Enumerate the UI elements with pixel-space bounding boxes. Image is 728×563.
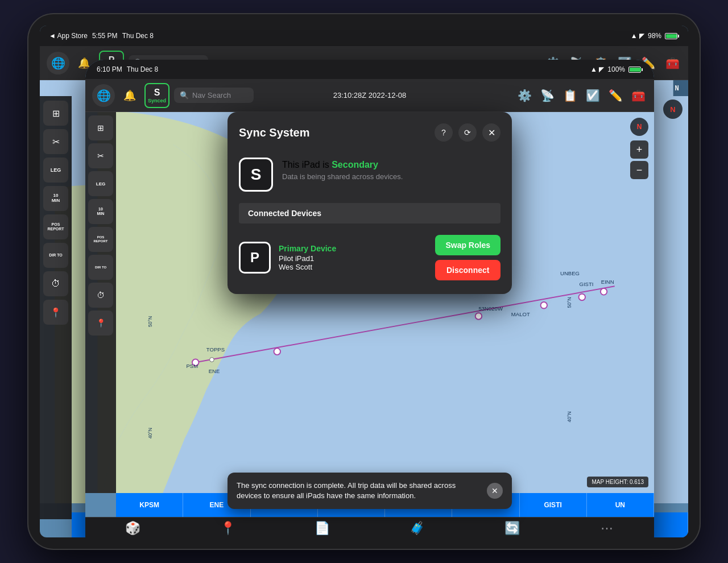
fg-toolbox-icon[interactable]: 🧰 — [629, 86, 647, 105]
primary-device-user: Wes Scott — [279, 263, 427, 271]
fg-settings-icon[interactable]: ⚙️ — [515, 86, 533, 105]
fg-sidebar-timer[interactable]: ⏱ — [88, 283, 113, 308]
svg-text:53N020W: 53N020W — [478, 305, 503, 312]
fg-sidebar-layers[interactable]: ⊞ — [88, 115, 113, 140]
svg-text:TOPPS: TOPPS — [206, 346, 225, 353]
data-sharing-text: Data is being shared across devices. — [282, 172, 403, 181]
status-bar-left: ◄ App Store 5:55 PM Thu Dec 8 — [49, 32, 154, 40]
bg-sidebar-pin[interactable]: 📍 — [43, 300, 68, 325]
foreground-ipad: 6:10 PM Thu Dec 8 ▲ ◤ 100% 🌐 — [85, 60, 654, 537]
bg-sidebar-leg[interactable]: LEG — [43, 158, 68, 183]
scottplot-icon: 📍 — [220, 521, 235, 536]
fg-north-indicator: N — [630, 118, 648, 136]
device-icon: S — [239, 158, 273, 192]
swap-roles-button[interactable]: Swap Roles — [435, 235, 500, 255]
primary-device-info: Primary Device Pilot iPad1 Wes Scott — [279, 244, 427, 271]
svg-text:PSM: PSM — [186, 363, 198, 369]
tab-conversions[interactable]: 🔄 Conversions — [465, 521, 560, 537]
dialog-title: Sync System — [239, 126, 429, 139]
fg-battery-percent: 100% — [607, 65, 625, 73]
icrh-icon: 📄 — [315, 521, 330, 536]
fg-zoom-controls: + − — [630, 140, 648, 179]
zoom-out-button[interactable]: − — [630, 161, 648, 179]
bg-sidebar-10min[interactable]: 10MIN — [43, 186, 68, 211]
status-bar-right: ▲ ◤ 98% — [631, 32, 679, 40]
help-button[interactable]: ? — [435, 123, 453, 142]
tab-more[interactable]: ⋯ More — [559, 521, 654, 537]
conversions-icon: 🔄 — [504, 521, 520, 536]
fg-sidebar-scissors[interactable]: ✂ — [88, 143, 113, 168]
tab-icrh[interactable]: 📄 ICRH — [275, 521, 370, 537]
toast-close-button[interactable]: ✕ — [487, 483, 503, 499]
svg-text:GISTI: GISTI — [580, 281, 594, 287]
fg-globe-button[interactable]: 🌐 — [92, 84, 115, 107]
fg-status-time: 6:10 PM — [97, 65, 122, 73]
dialog-close-button[interactable]: ✕ — [482, 123, 500, 142]
app-store-link[interactable]: ◄ App Store — [49, 32, 88, 40]
fg-search-bar[interactable]: 🔍 Nav Search — [174, 88, 254, 103]
bg-status-bar: ◄ App Store 5:55 PM Thu Dec 8 ▲ ◤ 98% — [40, 26, 688, 46]
history-button[interactable]: ⟳ — [458, 123, 477, 142]
tablet-device: ◄ App Store 5:55 PM Thu Dec 8 ▲ ◤ 98% 🌐 … — [28, 14, 700, 549]
primary-device-icon: P — [239, 242, 271, 274]
fg-sidebar-posreport[interactable]: POSREPORT — [88, 227, 113, 252]
fg-sync-button[interactable]: S Synced — [144, 83, 169, 108]
device-role-value: Secondary — [332, 160, 378, 169]
svg-text:UNBEG: UNBEG — [560, 270, 580, 276]
flightbag-icon: 🧳 — [410, 521, 425, 536]
svg-point-11 — [475, 313, 482, 319]
svg-text:40°N: 40°N — [566, 411, 572, 422]
fg-pencil-icon[interactable]: ✏️ — [606, 86, 624, 105]
toast-message: The sync connection is complete. All tri… — [237, 481, 480, 501]
bg-sidebar-posreport[interactable]: POSREPORT — [43, 214, 68, 239]
fg-bell-button[interactable]: 🔔 — [119, 85, 140, 106]
svg-text:ENE: ENE — [209, 368, 220, 374]
tab-preflight[interactable]: 🎲 Preflight Wizard — [85, 521, 180, 537]
bg-north-indicator: N — [663, 100, 682, 119]
svg-text:MALOT: MALOT — [511, 311, 530, 317]
globe-button[interactable]: 🌐 — [47, 52, 69, 74]
svg-text:40°N: 40°N — [147, 428, 153, 438]
disconnect-button[interactable]: Disconnect — [435, 260, 500, 280]
bg-sidebar-layers[interactable]: ⊞ — [43, 101, 68, 126]
device-icon-letter: S — [251, 165, 262, 184]
bg-sidebar-scissors[interactable]: ✂ — [43, 129, 68, 154]
status-time: 5:55 PM — [92, 32, 118, 40]
fg-checkmark-icon[interactable]: ☑️ — [584, 86, 602, 105]
svg-point-10 — [274, 348, 280, 354]
fg-sidebar-10min[interactable]: 10MIN — [88, 199, 113, 224]
primary-device-row: P Primary Device Pilot iPad1 Wes Scott S… — [239, 230, 500, 285]
svg-point-14 — [601, 288, 607, 295]
fg-search-placeholder: Nav Search — [192, 91, 231, 100]
fg-sidebar-dirto[interactable]: DIR TO — [88, 255, 113, 280]
device-role-line: This iPad is Secondary — [282, 160, 403, 170]
tab-scottplot[interactable]: 📍 Scott Plot — [180, 521, 275, 537]
toolbox-icon[interactable]: 🧰 — [663, 54, 681, 72]
sync-dialog: Sync System ? ⟳ ✕ S — [228, 112, 512, 294]
fg-wp-un[interactable]: UN — [587, 493, 654, 517]
tab-flightbag[interactable]: 🧳 Flight Bag — [370, 521, 465, 537]
dialog-header: Sync System ? ⟳ ✕ — [228, 112, 512, 151]
fg-status-date: Thu Dec 8 — [127, 65, 158, 73]
primary-device-letter: P — [250, 250, 259, 266]
device-action-buttons: Swap Roles Disconnect — [435, 235, 500, 280]
svg-text:50°N: 50°N — [566, 297, 572, 308]
fg-sidebar-pin[interactable]: 📍 — [88, 311, 113, 336]
fg-wp-gisti[interactable]: GISTI — [520, 493, 587, 517]
device-status-section: S This iPad is Secondary Data is being s… — [239, 151, 500, 203]
zoom-in-button[interactable]: + — [630, 140, 648, 159]
fg-checklist-icon[interactable]: 📋 — [561, 86, 579, 105]
fg-status-bar: 6:10 PM Thu Dec 8 ▲ ◤ 100% — [85, 60, 654, 79]
fg-wp-kpsm[interactable]: KPSM — [116, 493, 183, 517]
device-is-label: This iPad is — [282, 160, 329, 169]
bg-sidebar-timer[interactable]: ⏱ — [43, 271, 68, 296]
fg-radio-icon[interactable]: 📡 — [538, 86, 556, 105]
preflight-icon: 🎲 — [125, 521, 140, 536]
bg-sidebar-dirto[interactable]: DIR TO — [43, 243, 68, 268]
fg-sidebar-leg[interactable]: LEG — [88, 171, 113, 196]
fg-status-left: 6:10 PM Thu Dec 8 — [97, 65, 158, 73]
status-date: Thu Dec 8 — [122, 32, 154, 40]
fg-toolbar-time: 23:10:28Z 2022-12-08 — [333, 91, 407, 100]
svg-point-9 — [210, 358, 214, 362]
wifi-icon: ▲ ◤ — [631, 32, 644, 40]
